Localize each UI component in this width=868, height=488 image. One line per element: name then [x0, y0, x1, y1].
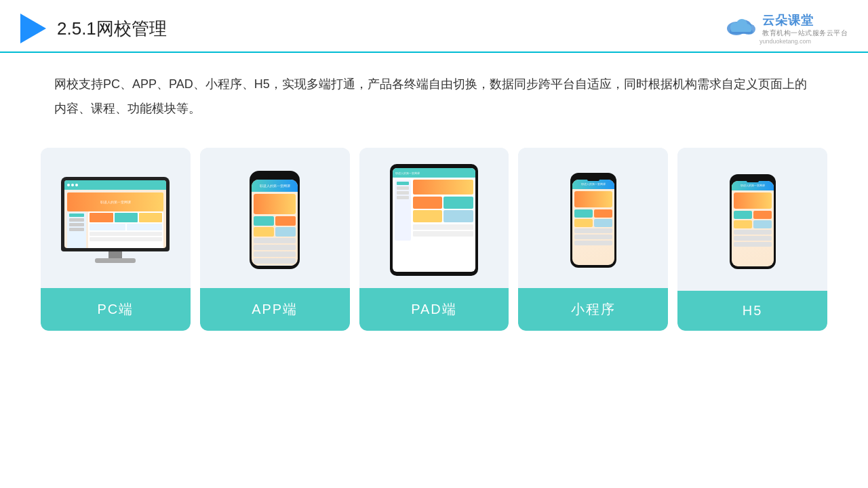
app-grid-1 [254, 216, 274, 226]
header-left: 2.5.1网校管理 [20, 14, 167, 43]
pad-row-1 [413, 224, 473, 230]
pad-row-2 [413, 231, 473, 237]
title-prefix: 2.5.1 [57, 18, 96, 39]
app-grid-4 [275, 227, 296, 237]
app-phone-content [252, 192, 298, 266]
card-app: 职进人的第一堂网课 [200, 148, 350, 331]
app-banner [254, 194, 296, 214]
h5-phone: 职进人的第一堂网课 [730, 174, 776, 269]
pad-sidebar [395, 180, 411, 241]
logo-brand: 云朵课堂 教育机构一站式服务云平台 [762, 12, 848, 38]
pc-monitor: 职进人的第一堂网课 [61, 177, 170, 263]
h5-notch [747, 180, 759, 182]
h5-phone-wrapper: 职进人的第一堂网课 [730, 174, 776, 269]
logo-area: 云朵课堂 教育机构一站式服务云平台 yunduoketang.com [723, 12, 848, 45]
mini-phone-wrapper: 职进人的第一堂网课 [570, 173, 616, 268]
ms-main [88, 211, 163, 248]
ms-row [67, 211, 163, 248]
mini-notch [587, 178, 599, 181]
mini-screen: 职进人的第一堂网课 [572, 180, 614, 265]
page-title: 2.5.1网校管理 [57, 17, 167, 41]
monitor-content: 职进人的第一堂网课 [64, 190, 166, 248]
pc-label: PC端 [41, 288, 191, 331]
pad-screen: 职进人的第一堂网课 [393, 168, 475, 272]
logo-url: yunduoketang.com [760, 38, 811, 45]
mini-image-area: 职进人的第一堂网课 [518, 148, 668, 288]
h5-label: H5 [677, 291, 827, 331]
logo-cloud: 云朵课堂 教育机构一站式服务云平台 [723, 12, 848, 38]
description-text: 网校支持PC、APP、PAD、小程序、H5，实现多端打通，产品各终端自由切换，数… [54, 72, 814, 121]
cloud-icon [723, 12, 758, 38]
app-list-2 [254, 245, 296, 250]
ms-banner: 职进人的第一堂网课 [67, 192, 163, 211]
card-mini: 职进人的第一堂网课 [518, 148, 668, 331]
ms-sidebar [67, 211, 86, 248]
app-list-4 [254, 258, 296, 264]
pad-banner [413, 180, 473, 195]
monitor-screen: 职进人的第一堂网课 [64, 180, 166, 248]
svg-rect-7 [731, 28, 751, 32]
play-icon [20, 14, 46, 43]
h5-image-area: 职进人的第一堂网课 [677, 148, 827, 291]
app-grid-3 [254, 227, 274, 237]
h5-screen: 职进人的第一堂网课 [732, 181, 774, 266]
app-list-3 [254, 251, 296, 257]
pad-card-3 [413, 210, 443, 222]
pad-image-area: 职进人的第一堂网课 [359, 148, 509, 288]
app-grid-2 [275, 216, 296, 226]
app-phone-screen: 职进人的第一堂网课 [252, 180, 298, 266]
card-h5: 职进人的第一堂网课 [677, 148, 827, 331]
app-phone-wrapper: 职进人的第一堂网课 [250, 171, 300, 269]
app-grid [254, 216, 296, 237]
app-phone: 职进人的第一堂网课 [250, 171, 300, 269]
pad-content [393, 178, 475, 243]
pad-label: PAD端 [359, 288, 509, 331]
pad-cards [413, 197, 473, 222]
pc-image-area: 职进人的第一堂网课 [41, 148, 191, 288]
monitor-screen-header [64, 180, 166, 190]
pad-card-1 [413, 197, 443, 209]
app-label: APP端 [200, 288, 350, 331]
pad-screen-header: 职进人的第一堂网课 [393, 168, 475, 178]
header: 2.5.1网校管理 云朵课堂 教育机构一站式服务云平台 yunduoketang… [0, 0, 868, 53]
dot2 [71, 184, 74, 186]
description-section: 网校支持PC、APP、PAD、小程序、H5，实现多端打通，产品各终端自由切换，数… [0, 53, 868, 127]
cards-section: 职进人的第一堂网课 [0, 127, 868, 331]
title-main: 网校管理 [96, 18, 167, 39]
app-list-1 [254, 238, 296, 243]
dot1 [67, 184, 70, 186]
pad-main [413, 180, 473, 241]
mini-phone: 职进人的第一堂网课 [570, 173, 616, 268]
dot3 [75, 184, 78, 186]
pad-card-2 [443, 197, 473, 209]
card-pc: 职进人的第一堂网课 [41, 148, 191, 331]
mini-label: 小程序 [518, 288, 668, 331]
monitor-stand [108, 251, 122, 258]
card-pad: 职进人的第一堂网课 [359, 148, 509, 331]
app-phone-notch [268, 174, 281, 178]
monitor-frame: 职进人的第一堂网课 [61, 177, 170, 251]
pad-card-4 [443, 210, 473, 222]
pad-tablet: 职进人的第一堂网课 [390, 164, 478, 276]
app-image-area: 职进人的第一堂网课 [200, 148, 350, 288]
app-screen-header: 职进人的第一堂网课 [252, 180, 298, 192]
monitor-base [95, 258, 136, 263]
